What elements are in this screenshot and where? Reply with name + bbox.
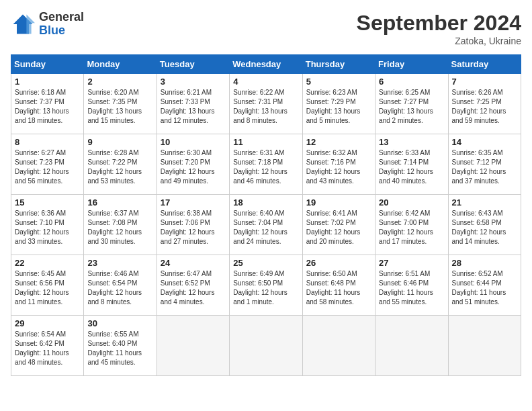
table-row	[375, 316, 448, 376]
day-info: Sunrise: 6:18 AM Sunset: 7:37 PM Dayligh…	[15, 88, 80, 126]
day-number: 23	[87, 258, 152, 268]
day-info: Sunrise: 6:47 AM Sunset: 6:52 PM Dayligh…	[161, 269, 226, 307]
calendar-week-row: 15Sunrise: 6:36 AM Sunset: 7:10 PM Dayli…	[11, 195, 521, 255]
weekday-header: Saturday	[448, 55, 521, 74]
month-title: September 2024	[357, 11, 521, 36]
table-row: 23Sunrise: 6:46 AM Sunset: 6:54 PM Dayli…	[84, 255, 157, 316]
table-row: 18Sunrise: 6:40 AM Sunset: 7:04 PM Dayli…	[230, 195, 302, 255]
header-row: SundayMondayTuesdayWednesdayThursdayFrid…	[11, 55, 521, 74]
logo-text: General Blue	[39, 11, 84, 38]
logo: General Blue	[11, 11, 84, 38]
table-row: 29Sunrise: 6:54 AM Sunset: 6:42 PM Dayli…	[11, 316, 84, 376]
day-info: Sunrise: 6:40 AM Sunset: 7:04 PM Dayligh…	[233, 209, 298, 246]
table-row: 9Sunrise: 6:28 AM Sunset: 7:22 PM Daylig…	[84, 134, 157, 195]
table-row: 11Sunrise: 6:31 AM Sunset: 7:18 PM Dayli…	[230, 134, 302, 195]
day-number: 10	[161, 137, 226, 147]
day-number: 18	[233, 197, 298, 208]
day-number: 12	[306, 137, 371, 147]
day-info: Sunrise: 6:46 AM Sunset: 6:54 PM Dayligh…	[87, 269, 152, 307]
day-number: 22	[15, 258, 80, 268]
table-row: 30Sunrise: 6:55 AM Sunset: 6:40 PM Dayli…	[84, 316, 157, 376]
table-row: 2Sunrise: 6:20 AM Sunset: 7:35 PM Daylig…	[84, 74, 157, 134]
table-row: 3Sunrise: 6:21 AM Sunset: 7:33 PM Daylig…	[157, 74, 229, 134]
table-row	[302, 316, 375, 376]
table-row: 5Sunrise: 6:23 AM Sunset: 7:29 PM Daylig…	[302, 74, 375, 134]
location: Zatoka, Ukraine	[357, 36, 521, 46]
day-info: Sunrise: 6:23 AM Sunset: 7:29 PM Dayligh…	[306, 88, 371, 126]
day-info: Sunrise: 6:42 AM Sunset: 7:00 PM Dayligh…	[379, 209, 444, 246]
day-info: Sunrise: 6:41 AM Sunset: 7:02 PM Dayligh…	[306, 209, 371, 246]
day-info: Sunrise: 6:32 AM Sunset: 7:16 PM Dayligh…	[306, 148, 371, 186]
day-number: 30	[87, 318, 152, 328]
table-row: 20Sunrise: 6:42 AM Sunset: 7:00 PM Dayli…	[375, 195, 448, 255]
table-row: 24Sunrise: 6:47 AM Sunset: 6:52 PM Dayli…	[157, 255, 229, 316]
day-info: Sunrise: 6:45 AM Sunset: 6:56 PM Dayligh…	[15, 269, 80, 307]
table-row: 26Sunrise: 6:50 AM Sunset: 6:48 PM Dayli…	[302, 255, 375, 316]
calendar-week-row: 1Sunrise: 6:18 AM Sunset: 7:37 PM Daylig…	[11, 74, 521, 134]
table-row: 22Sunrise: 6:45 AM Sunset: 6:56 PM Dayli…	[11, 255, 84, 316]
day-number: 16	[87, 197, 152, 208]
table-row: 19Sunrise: 6:41 AM Sunset: 7:02 PM Dayli…	[302, 195, 375, 255]
table-row: 12Sunrise: 6:32 AM Sunset: 7:16 PM Dayli…	[302, 134, 375, 195]
day-number: 27	[379, 258, 444, 268]
day-info: Sunrise: 6:30 AM Sunset: 7:20 PM Dayligh…	[161, 148, 226, 186]
day-info: Sunrise: 6:52 AM Sunset: 6:44 PM Dayligh…	[452, 269, 517, 307]
table-row: 28Sunrise: 6:52 AM Sunset: 6:44 PM Dayli…	[448, 255, 521, 316]
day-info: Sunrise: 6:25 AM Sunset: 7:27 PM Dayligh…	[379, 88, 444, 126]
day-number: 11	[233, 137, 298, 147]
day-number: 1	[15, 77, 80, 87]
day-info: Sunrise: 6:33 AM Sunset: 7:14 PM Dayligh…	[379, 148, 444, 186]
table-row: 16Sunrise: 6:37 AM Sunset: 7:08 PM Dayli…	[84, 195, 157, 255]
day-info: Sunrise: 6:28 AM Sunset: 7:22 PM Dayligh…	[87, 148, 152, 186]
day-number: 19	[306, 197, 371, 208]
table-row: 21Sunrise: 6:43 AM Sunset: 6:58 PM Dayli…	[448, 195, 521, 255]
day-number: 13	[379, 137, 444, 147]
day-number: 5	[306, 77, 371, 87]
day-info: Sunrise: 6:22 AM Sunset: 7:31 PM Dayligh…	[233, 88, 298, 126]
table-row: 15Sunrise: 6:36 AM Sunset: 7:10 PM Dayli…	[11, 195, 84, 255]
weekday-header: Wednesday	[230, 55, 302, 74]
table-row: 13Sunrise: 6:33 AM Sunset: 7:14 PM Dayli…	[375, 134, 448, 195]
day-info: Sunrise: 6:36 AM Sunset: 7:10 PM Dayligh…	[15, 209, 80, 246]
table-row: 6Sunrise: 6:25 AM Sunset: 7:27 PM Daylig…	[375, 74, 448, 134]
day-number: 8	[15, 137, 80, 147]
table-row: 4Sunrise: 6:22 AM Sunset: 7:31 PM Daylig…	[230, 74, 302, 134]
day-number: 17	[161, 197, 226, 208]
table-row	[157, 316, 229, 376]
calendar-week-row: 22Sunrise: 6:45 AM Sunset: 6:56 PM Dayli…	[11, 255, 521, 316]
svg-marker-1	[26, 14, 35, 34]
weekday-header: Sunday	[11, 55, 84, 74]
day-info: Sunrise: 6:49 AM Sunset: 6:50 PM Dayligh…	[233, 269, 298, 307]
weekday-header: Tuesday	[157, 55, 229, 74]
table-row: 17Sunrise: 6:38 AM Sunset: 7:06 PM Dayli…	[157, 195, 229, 255]
day-number: 9	[87, 137, 152, 147]
day-number: 15	[15, 197, 80, 208]
logo-blue: Blue	[39, 24, 84, 38]
weekday-header: Friday	[375, 55, 448, 74]
day-number: 21	[452, 197, 517, 208]
day-info: Sunrise: 6:54 AM Sunset: 6:42 PM Dayligh…	[15, 330, 80, 367]
day-number: 2	[87, 77, 152, 87]
weekday-header: Thursday	[302, 55, 375, 74]
calendar-week-row: 29Sunrise: 6:54 AM Sunset: 6:42 PM Dayli…	[11, 316, 521, 376]
calendar-table: SundayMondayTuesdayWednesdayThursdayFrid…	[11, 54, 521, 376]
day-info: Sunrise: 6:35 AM Sunset: 7:12 PM Dayligh…	[452, 148, 517, 186]
day-info: Sunrise: 6:26 AM Sunset: 7:25 PM Dayligh…	[452, 88, 517, 126]
table-row: 1Sunrise: 6:18 AM Sunset: 7:37 PM Daylig…	[11, 74, 84, 134]
day-number: 3	[161, 77, 226, 87]
title-block: September 2024 Zatoka, Ukraine	[357, 11, 521, 46]
table-row	[448, 316, 521, 376]
day-number: 28	[452, 258, 517, 268]
day-number: 25	[233, 258, 298, 268]
day-number: 26	[306, 258, 371, 268]
table-row: 10Sunrise: 6:30 AM Sunset: 7:20 PM Dayli…	[157, 134, 229, 195]
day-info: Sunrise: 6:55 AM Sunset: 6:40 PM Dayligh…	[87, 330, 152, 367]
day-number: 24	[161, 258, 226, 268]
day-info: Sunrise: 6:43 AM Sunset: 6:58 PM Dayligh…	[452, 209, 517, 246]
day-number: 4	[233, 77, 298, 87]
table-row: 8Sunrise: 6:27 AM Sunset: 7:23 PM Daylig…	[11, 134, 84, 195]
day-info: Sunrise: 6:20 AM Sunset: 7:35 PM Dayligh…	[87, 88, 152, 126]
day-number: 14	[452, 137, 517, 147]
table-row	[230, 316, 302, 376]
day-number: 7	[452, 77, 517, 87]
